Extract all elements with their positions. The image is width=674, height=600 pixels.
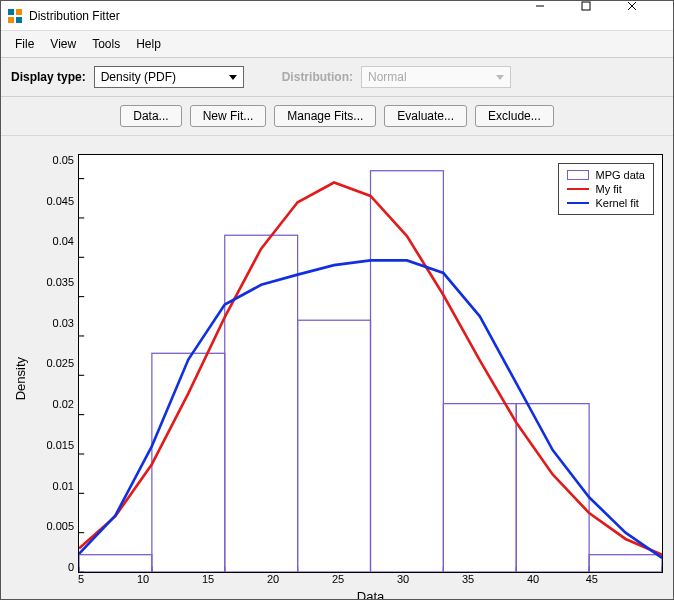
data-button[interactable]: Data... bbox=[120, 105, 181, 127]
evaluate-button[interactable]: Evaluate... bbox=[384, 105, 467, 127]
exclude-button[interactable]: Exclude... bbox=[475, 105, 554, 127]
window-title: Distribution Fitter bbox=[29, 9, 535, 23]
menu-file[interactable]: File bbox=[9, 35, 40, 53]
menubar: File View Tools Help bbox=[1, 31, 673, 58]
minimize-button[interactable] bbox=[535, 1, 581, 31]
svg-rect-36 bbox=[516, 404, 589, 572]
menu-help[interactable]: Help bbox=[130, 35, 167, 53]
svg-rect-0 bbox=[8, 9, 14, 15]
svg-rect-33 bbox=[298, 320, 371, 572]
display-type-value: Density (PDF) bbox=[101, 70, 176, 84]
legend-label-myfit: My fit bbox=[595, 183, 621, 195]
y-axis-label: Density bbox=[11, 357, 30, 400]
svg-rect-35 bbox=[443, 404, 516, 572]
distribution-select: Normal bbox=[361, 66, 511, 88]
display-type-select[interactable]: Density (PDF) bbox=[94, 66, 244, 88]
app-icon bbox=[7, 8, 23, 24]
display-type-label: Display type: bbox=[11, 70, 86, 84]
menu-view[interactable]: View bbox=[44, 35, 82, 53]
svg-marker-8 bbox=[229, 75, 237, 80]
svg-rect-31 bbox=[152, 353, 225, 572]
new-fit-button[interactable]: New Fit... bbox=[190, 105, 267, 127]
svg-rect-37 bbox=[589, 555, 662, 572]
maximize-button[interactable] bbox=[581, 1, 627, 31]
plot-area: Density 0.050.0450.040.0350.030.0250.020… bbox=[1, 136, 673, 600]
distribution-value: Normal bbox=[368, 70, 407, 84]
manage-fits-button[interactable]: Manage Fits... bbox=[274, 105, 376, 127]
chevron-down-icon bbox=[494, 71, 506, 83]
svg-rect-5 bbox=[582, 2, 590, 10]
x-ticks: 51015202530354045 bbox=[78, 573, 663, 585]
svg-rect-3 bbox=[16, 17, 22, 23]
chevron-down-icon bbox=[227, 71, 239, 83]
distribution-label: Distribution: bbox=[282, 70, 353, 84]
legend-swatch-mpg bbox=[567, 170, 589, 180]
legend-label-kernel: Kernel fit bbox=[595, 197, 638, 209]
titlebar: Distribution Fitter bbox=[1, 1, 673, 31]
svg-marker-9 bbox=[496, 75, 504, 80]
close-button[interactable] bbox=[627, 1, 673, 31]
svg-rect-34 bbox=[371, 171, 444, 572]
action-toolbar: Data... New Fit... Manage Fits... Evalua… bbox=[1, 97, 673, 136]
legend-label-mpg: MPG data bbox=[595, 169, 645, 181]
legend: MPG data My fit Kernel fit bbox=[558, 163, 654, 215]
svg-rect-30 bbox=[79, 555, 152, 572]
x-axis-label: Data bbox=[78, 589, 663, 600]
display-toolbar: Display type: Density (PDF) Distribution… bbox=[1, 58, 673, 97]
menu-tools[interactable]: Tools bbox=[86, 35, 126, 53]
svg-rect-2 bbox=[8, 17, 14, 23]
legend-swatch-myfit bbox=[567, 188, 589, 190]
chart-canvas: MPG data My fit Kernel fit bbox=[78, 154, 663, 573]
svg-rect-1 bbox=[16, 9, 22, 15]
y-ticks: 0.050.0450.040.0350.030.0250.020.0150.01… bbox=[32, 154, 78, 573]
legend-swatch-kernel bbox=[567, 202, 589, 204]
